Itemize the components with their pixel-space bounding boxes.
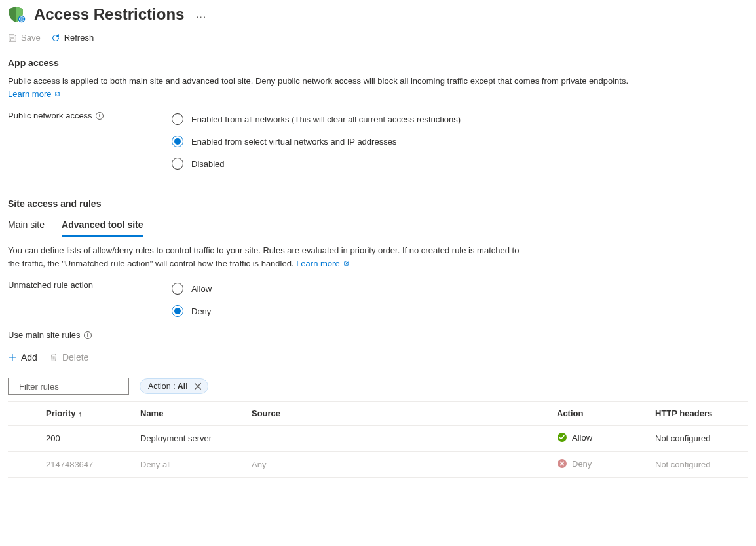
public-network-access-field: Public network access i Enabled from all… [8,109,748,176]
cell-priority: 2147483647 [30,452,135,478]
col-priority[interactable]: Priority↑ [30,402,135,426]
external-link-icon [54,88,61,96]
radio-icon [172,283,183,295]
cell-name: Deployment server [135,426,246,452]
radio-icon [172,305,183,317]
app-access-heading: App access [8,58,748,68]
delete-rule-button[interactable]: Delete [49,352,88,363]
use-main-site-rules-checkbox[interactable] [172,329,183,340]
shield-icon [8,5,26,24]
col-action[interactable]: Action [552,402,650,426]
unmatched-rule-action-field: Unmatched rule action Allow Deny [8,279,748,323]
unmatched-rule-action-label: Unmatched rule action [8,279,172,290]
col-name[interactable]: Name [135,402,246,426]
refresh-label: Refresh [64,33,94,43]
save-icon [8,33,17,43]
page-title: Access Restrictions [34,5,184,24]
refresh-button[interactable]: Refresh [51,33,94,43]
use-main-site-rules-field: Use main site rules i [8,329,748,340]
cell-http-headers: Not configured [650,426,748,452]
site-rules-description: You can define lists of allow/deny rules… [8,244,532,270]
learn-more-link[interactable]: Learn more [8,89,61,99]
col-http[interactable]: HTTP headers [650,402,748,426]
cell-action: Allow [552,426,650,452]
tab-main-site[interactable]: Main site [8,215,45,236]
site-rules-section: Site access and rules Main site Advanced… [8,198,748,478]
cell-source [246,426,552,452]
table-row[interactable]: 200Deployment serverAllowNot configured [8,426,748,452]
app-access-description: Public access is applied to both main si… [8,75,650,100]
page-header: Access Restrictions ... [8,0,748,26]
action-filter-pill[interactable]: Action : All [140,378,208,394]
info-icon[interactable]: i [84,331,92,339]
filter-rules-text[interactable] [18,381,130,392]
cell-action: Deny [552,452,650,478]
use-main-site-rules-label: Use main site rules i [8,329,172,340]
drag-handle [8,452,30,478]
col-drag [8,402,30,426]
action-label: Allow [572,433,592,443]
radio-enabled-all[interactable]: Enabled from all networks (This will cle… [172,109,748,132]
info-icon[interactable]: i [96,112,104,120]
radio-disabled[interactable]: Disabled [172,154,748,176]
drag-handle[interactable] [8,426,30,452]
site-rules-heading: Site access and rules [8,198,748,209]
unmatched-radios: Allow Deny [172,279,748,323]
clear-filter-icon[interactable] [193,382,202,391]
refresh-icon [51,33,60,43]
save-label: Save [21,33,41,43]
public-network-access-label: Public network access i [8,109,172,120]
radio-icon [172,158,183,170]
filter-rules-input[interactable] [8,378,129,395]
action-label: Deny [572,459,592,469]
app-access-section: App access Public access is applied to b… [8,58,748,176]
cell-name: Deny all [135,452,246,478]
cell-http-headers: Not configured [650,452,748,478]
radio-deny[interactable]: Deny [172,301,748,323]
add-rule-button[interactable]: Add [8,352,37,363]
col-source[interactable]: Source [246,402,552,426]
sort-ascending-icon: ↑ [79,410,83,418]
radio-icon [172,113,183,125]
command-bar: Save Refresh [8,26,748,48]
radio-icon [172,136,183,147]
more-actions-button[interactable]: ... [196,9,206,20]
filter-row: Action : All [8,371,748,401]
radio-allow[interactable]: Allow [172,279,748,301]
cell-source: Any [246,452,552,478]
save-button[interactable]: Save [8,33,41,43]
x-circle-icon [557,458,567,469]
trash-icon [49,353,58,362]
site-tabs: Main site Advanced tool site [8,215,748,236]
cell-priority: 200 [30,426,135,452]
external-link-icon [343,258,350,265]
table-row[interactable]: 2147483647Deny allAnyDenyNot configured [8,452,748,478]
radio-enabled-select[interactable]: Enabled from select virtual networks and… [172,132,748,154]
learn-more-link[interactable]: Learn more [296,259,349,268]
rules-table: Priority↑ Name Source Action HTTP header… [8,401,748,478]
tab-advanced-tool-site[interactable]: Advanced tool site [62,215,143,237]
rules-toolbar: Add Delete [8,346,748,371]
plus-icon [8,353,17,362]
check-circle-icon [557,432,567,443]
public-network-access-radios: Enabled from all networks (This will cle… [172,109,748,176]
